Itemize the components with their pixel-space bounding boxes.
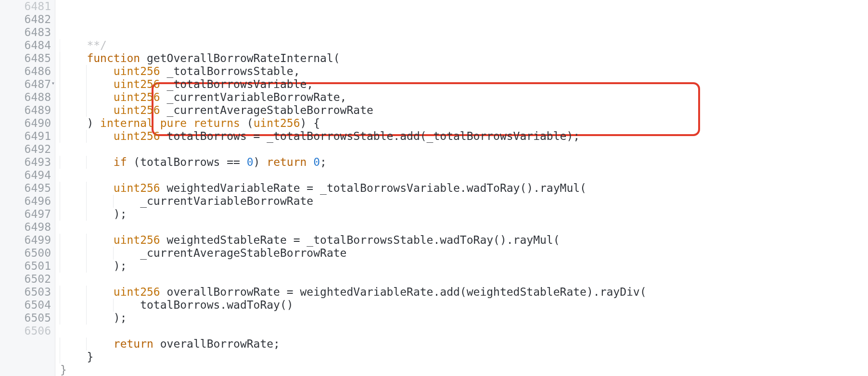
indent-guide bbox=[86, 299, 113, 312]
indent-guide bbox=[86, 234, 113, 247]
code-line[interactable]: uint256 overallBorrowRate = weightedVari… bbox=[60, 286, 868, 299]
line-number: 6490 bbox=[9, 117, 51, 130]
indent-guide bbox=[86, 312, 113, 325]
code-token: 0 bbox=[313, 156, 320, 168]
line-number: 6502 bbox=[9, 273, 51, 286]
code-token: if bbox=[114, 156, 127, 168]
code-line[interactable]: uint256 totalBorrows = _totalBorrowsStab… bbox=[60, 130, 868, 143]
code-token bbox=[306, 156, 313, 168]
code-line[interactable]: } bbox=[60, 351, 868, 363]
indent-guide bbox=[113, 247, 140, 260]
indent-guide bbox=[60, 156, 87, 169]
code-token: overallBorrowRate; bbox=[153, 338, 280, 350]
code-token bbox=[153, 117, 160, 129]
code-token: totalBorrows.wadToRay() bbox=[140, 299, 294, 311]
code-token: _currentVariableBorrowRate bbox=[140, 195, 313, 207]
code-token: getOverallBorrowRateInternal( bbox=[140, 52, 340, 64]
code-line[interactable]: uint256 _currentAverageStableBorrowRate bbox=[60, 104, 868, 117]
fold-marker-icon[interactable]: ▾ bbox=[51, 80, 55, 86]
indent-guide bbox=[60, 338, 87, 351]
indent-guide bbox=[60, 65, 87, 78]
code-token: uint256 bbox=[114, 65, 160, 77]
code-token: 0 bbox=[247, 156, 254, 168]
code-line[interactable] bbox=[60, 169, 868, 182]
code-line[interactable]: return overallBorrowRate; bbox=[60, 338, 868, 351]
code-line[interactable]: totalBorrows.wadToRay() bbox=[60, 299, 868, 312]
indent-guide bbox=[60, 39, 87, 52]
indent-guide bbox=[60, 351, 87, 363]
indent-guide bbox=[86, 195, 113, 208]
code-line[interactable]: if (totalBorrows == 0) return 0; bbox=[60, 156, 868, 169]
code-line[interactable]: } bbox=[60, 363, 868, 376]
code-token: ); bbox=[114, 208, 127, 220]
indent-guide bbox=[60, 286, 87, 299]
indent-guide bbox=[86, 260, 113, 273]
code-line[interactable]: _currentAverageStableBorrowRate bbox=[60, 247, 868, 260]
code-token: return bbox=[267, 156, 306, 168]
code-line[interactable]: uint256 weightedVariableRate = _totalBor… bbox=[60, 182, 868, 195]
code-token: (totalBorrows == bbox=[127, 156, 246, 168]
indent-guide bbox=[60, 299, 87, 312]
code-token: weightedStableRate = _totalBorrowsStable… bbox=[160, 234, 560, 246]
indent-guide bbox=[86, 208, 113, 221]
line-number: 6495 bbox=[9, 182, 51, 195]
line-number: 6481 bbox=[9, 0, 51, 13]
indent-guide bbox=[86, 156, 113, 169]
line-number: 6505 bbox=[9, 312, 51, 325]
code-token: internal bbox=[100, 117, 153, 129]
line-number: 6496 bbox=[9, 195, 51, 208]
code-line[interactable]: ); bbox=[60, 312, 868, 325]
code-line[interactable]: uint256 _totalBorrowsStable, bbox=[60, 65, 868, 78]
code-line[interactable]: uint256 weightedStableRate = _totalBorro… bbox=[60, 234, 868, 247]
indent-guide bbox=[86, 65, 113, 78]
code-token: _totalBorrowsVariable, bbox=[160, 78, 314, 90]
code-line[interactable]: function getOverallBorrowRateInternal( bbox=[60, 52, 868, 65]
line-number: 6483 bbox=[9, 26, 51, 39]
code-token: ) bbox=[254, 156, 267, 168]
line-number: 6498 bbox=[9, 221, 51, 234]
code-token: overallBorrowRate = weightedVariableRate… bbox=[160, 286, 647, 298]
code-line[interactable]: uint256 _totalBorrowsVariable, bbox=[60, 78, 868, 91]
line-number: 6503 bbox=[9, 286, 51, 299]
line-number: 6482 bbox=[9, 13, 51, 26]
code-editor[interactable]: 6481648264836484648564866487▾64886489649… bbox=[0, 0, 868, 376]
indent-guide bbox=[86, 182, 113, 195]
code-line[interactable] bbox=[60, 143, 868, 156]
indent-guide bbox=[60, 195, 87, 208]
indent-guide bbox=[60, 260, 87, 273]
indent-guide bbox=[86, 130, 113, 143]
code-token: _totalBorrowsStable, bbox=[160, 65, 300, 77]
indent-guide bbox=[113, 299, 140, 312]
line-number: 6487▾ bbox=[9, 78, 51, 91]
line-number: 6501 bbox=[9, 260, 51, 273]
code-line[interactable]: ); bbox=[60, 208, 868, 221]
code-line[interactable] bbox=[60, 325, 868, 338]
code-token: function bbox=[87, 52, 140, 64]
code-line[interactable]: uint256 _currentVariableBorrowRate, bbox=[60, 91, 868, 104]
code-line[interactable] bbox=[60, 221, 868, 234]
line-number: 6500 bbox=[9, 247, 51, 260]
code-line[interactable]: ); bbox=[60, 260, 868, 273]
code-line[interactable]: _currentVariableBorrowRate bbox=[60, 195, 868, 208]
indent-guide bbox=[60, 312, 87, 325]
code-token: } bbox=[60, 363, 67, 376]
code-token: pure bbox=[160, 117, 187, 129]
indent-guide bbox=[86, 78, 113, 91]
line-number: 6494 bbox=[9, 169, 51, 182]
indent-guide bbox=[86, 247, 113, 260]
code-token: } bbox=[87, 351, 93, 363]
code-token: ); bbox=[114, 260, 127, 272]
code-token: ( bbox=[240, 117, 254, 129]
code-token: _currentAverageStableBorrowRate bbox=[160, 104, 373, 116]
indent-guide bbox=[60, 91, 87, 104]
code-area[interactable]: **/ function getOverallBorrowRateInterna… bbox=[55, 0, 868, 376]
indent-guide bbox=[86, 286, 113, 299]
code-token: **/ bbox=[87, 39, 107, 51]
code-line[interactable]: **/ bbox=[60, 39, 868, 52]
line-number: 6485 bbox=[9, 52, 51, 65]
indent-guide bbox=[60, 182, 87, 195]
code-line[interactable]: ) internal pure returns (uint256) { bbox=[60, 117, 868, 130]
code-token: weightedVariableRate = _totalBorrowsVari… bbox=[160, 182, 587, 194]
code-line[interactable] bbox=[60, 273, 868, 286]
code-token: ; bbox=[320, 156, 327, 168]
